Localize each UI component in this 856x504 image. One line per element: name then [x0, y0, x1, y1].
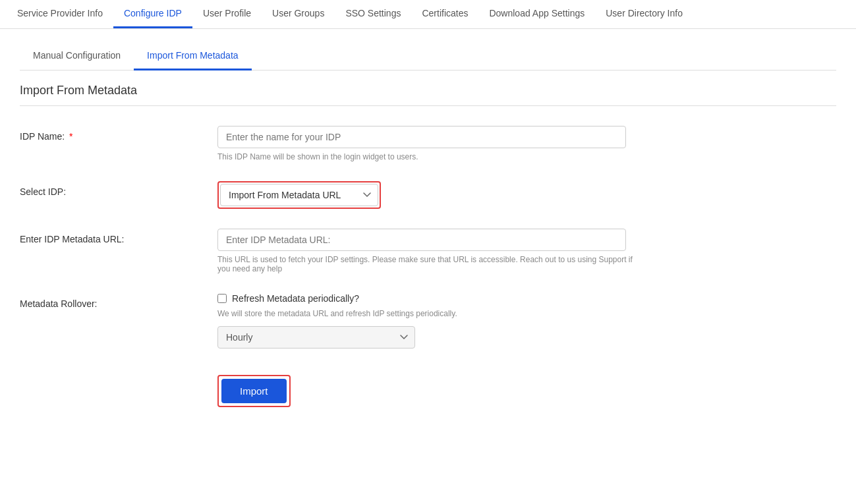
nav-item-certificates[interactable]: Certificates: [411, 0, 478, 28]
form-row-idp-metadata-url: Enter IDP Metadata URL: This URL is used…: [20, 229, 836, 273]
idp-metadata-url-field: This URL is used to fetch your IDP setti…: [217, 229, 646, 273]
idp-metadata-url-input[interactable]: [217, 229, 626, 251]
metadata-rollover-hint: We will store the metadata URL and refre…: [217, 309, 646, 318]
nav-item-service-provider-info[interactable]: Service Provider Info: [7, 0, 113, 28]
tab-import-from-metadata[interactable]: Import From Metadata: [134, 42, 252, 70]
idp-name-label: IDP Name: *: [20, 126, 217, 142]
section-title: Import From Metadata: [20, 70, 836, 106]
import-button-field: Import: [217, 368, 646, 407]
idp-metadata-url-label: Enter IDP Metadata URL:: [20, 229, 217, 244]
idp-name-field: This IDP Name will be shown in the login…: [217, 126, 646, 161]
frequency-select[interactable]: Hourly Daily Weekly: [217, 326, 415, 349]
select-idp-highlight-wrapper: Import From Metadata URL Import From Met…: [217, 181, 381, 209]
select-idp-dropdown[interactable]: Import From Metadata URL Import From Met…: [220, 184, 378, 206]
nav-item-sso-settings[interactable]: SSO Settings: [335, 0, 411, 28]
form-row-metadata-rollover: Metadata Rollover: Refresh Metadata peri…: [20, 293, 836, 349]
refresh-metadata-checkbox-row: Refresh Metadata periodically?: [217, 293, 646, 304]
form-row-idp-name: IDP Name: * This IDP Name will be shown …: [20, 126, 836, 161]
nav-item-user-profile[interactable]: User Profile: [192, 0, 262, 28]
nav-item-download-app-settings[interactable]: Download App Settings: [478, 0, 595, 28]
idp-name-input[interactable]: [217, 126, 626, 148]
form-row-import-button: Import: [20, 368, 836, 407]
metadata-rollover-field: Refresh Metadata periodically? We will s…: [217, 293, 646, 349]
main-content: Manual Configuration Import From Metadat…: [0, 29, 856, 440]
import-button-highlight-wrapper: Import: [217, 375, 291, 407]
select-idp-field: Import From Metadata URL Import From Met…: [217, 181, 646, 209]
sub-tabs: Manual Configuration Import From Metadat…: [20, 42, 836, 70]
required-indicator: *: [69, 131, 72, 142]
form-row-select-idp: Select IDP: Import From Metadata URL Imp…: [20, 181, 836, 209]
refresh-metadata-checkbox[interactable]: [217, 294, 227, 303]
nav-item-user-groups[interactable]: User Groups: [262, 0, 335, 28]
idp-metadata-url-hint: This URL is used to fetch your IDP setti…: [217, 255, 646, 273]
tab-manual-configuration[interactable]: Manual Configuration: [20, 42, 134, 70]
select-idp-label: Select IDP:: [20, 181, 217, 197]
nav-item-user-directory-info[interactable]: User Directory Info: [595, 0, 693, 28]
import-button-spacer: [20, 368, 217, 374]
frequency-select-wrapper: Hourly Daily Weekly: [217, 326, 646, 349]
top-navigation: Service Provider Info Configure IDP User…: [0, 0, 856, 29]
nav-item-configure-idp[interactable]: Configure IDP: [113, 0, 192, 28]
import-button[interactable]: Import: [221, 379, 287, 403]
metadata-rollover-label: Metadata Rollover:: [20, 293, 217, 309]
idp-name-hint: This IDP Name will be shown in the login…: [217, 152, 646, 161]
refresh-metadata-label[interactable]: Refresh Metadata periodically?: [232, 293, 359, 304]
